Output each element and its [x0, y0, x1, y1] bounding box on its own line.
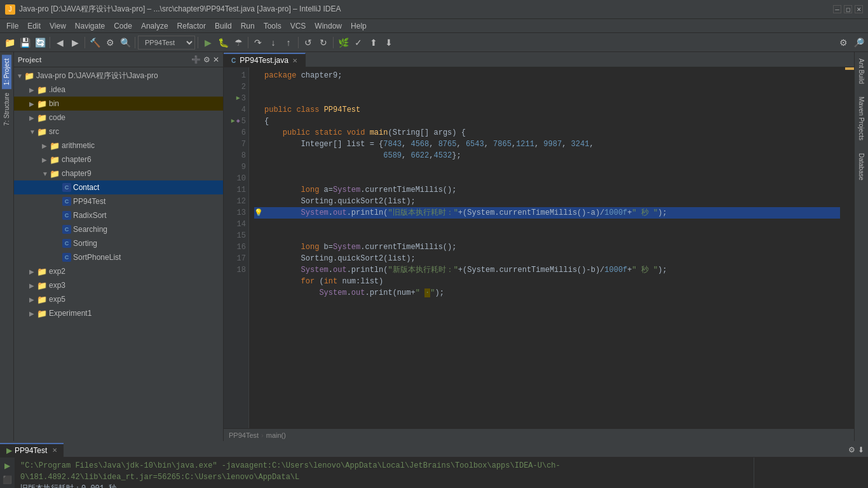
tree-item-label: SortPhoneList [73, 253, 121, 262]
arrow-icon: ▶ [42, 156, 50, 163]
toolbar-sync-btn[interactable]: 🔄 [33, 36, 47, 50]
toolbar-save-btn[interactable]: 💾 [18, 36, 32, 50]
tree-root[interactable]: ▼ 📁 Java-pro D:\JAVA程序设计\Java-pro [14, 69, 223, 83]
toolbar-sep-4 [198, 37, 198, 48]
menu-analyze[interactable]: Analyze [137, 20, 172, 32]
toolbar-debug-btn[interactable]: 🐛 [216, 36, 230, 50]
run-stop-btn[interactable]: ⬛ [2, 474, 13, 485]
menu-window[interactable]: Window [311, 20, 346, 32]
toolbar-forward-btn[interactable]: ▶ [68, 36, 82, 50]
project-close-icon[interactable]: ✕ [213, 55, 219, 64]
menu-refactor[interactable]: Refactor [173, 20, 210, 32]
toolbar-settings-btn[interactable]: ⚙ [836, 36, 850, 50]
folder-icon: 📁 [37, 267, 47, 276]
tree-arithmetic[interactable]: ▶ 📁 arithmetic [14, 139, 223, 152]
folder-icon: 📁 [37, 295, 47, 304]
tree-radixsort[interactable]: C RadixSort [14, 208, 223, 222]
tree-item-label: Searching [73, 225, 107, 234]
toolbar-search-btn[interactable]: 🔍 [118, 36, 132, 50]
tree-src[interactable]: ▼ 📁 src [14, 125, 223, 139]
tree-chapter6[interactable]: ▶ 📁 chapter6 [14, 152, 223, 166]
editor-tab-pp94test[interactable]: C PP94Test.java ✕ [224, 53, 306, 67]
right-gutter [845, 67, 854, 428]
tab-database[interactable]: Database [857, 149, 866, 184]
run-tab-active[interactable]: ▶ PP94Test ✕ [0, 443, 64, 457]
menu-navigate[interactable]: Navigate [71, 20, 109, 32]
tab-close-icon[interactable]: ✕ [292, 57, 297, 64]
run-config-dropdown[interactable]: PP94Test [138, 36, 195, 50]
tree-experiment1[interactable]: ▶ 📁 Experiment1 [14, 306, 223, 320]
tab-ant-build[interactable]: Ant Build [857, 55, 866, 88]
toolbar-more-btn[interactable]: ⚙ [103, 36, 117, 50]
toolbar-step-into[interactable]: ↓ [266, 36, 280, 50]
run-play-btn[interactable]: ▶ [2, 460, 13, 471]
code-content[interactable]: package chapter9; public class PP94Test … [249, 67, 845, 428]
toolbar-redo-btn[interactable]: ↻ [316, 36, 330, 50]
run-toolbar: ▶ ⬛ ↺ ⏸ 🗑 ↕ 🖨 [0, 458, 15, 488]
tree-bin[interactable]: ▶ 📁 bin [14, 97, 223, 111]
menu-edit[interactable]: Edit [24, 20, 44, 32]
menu-code[interactable]: Code [110, 20, 136, 32]
close-button[interactable]: ✕ [855, 5, 863, 13]
run-tab-bar: ▶ PP94Test ✕ ⚙ ⬇ [0, 442, 868, 458]
run-minimize-icon[interactable]: ⬇ [858, 445, 864, 454]
toolbar-build-btn[interactable]: 🔨 [88, 36, 102, 50]
arrow-icon: ▶ [42, 142, 50, 149]
project-new-icon[interactable]: ➕ [191, 55, 201, 64]
menu-vcs[interactable]: VCS [287, 20, 310, 32]
tree-searching[interactable]: C Searching [14, 222, 223, 236]
toolbar-search2-btn[interactable]: 🔎 [851, 36, 865, 50]
tab-project[interactable]: 1: Project [2, 55, 11, 89]
menu-build[interactable]: Build [211, 20, 236, 32]
menu-help[interactable]: Help [347, 20, 370, 32]
tree-item-label: chapter9 [62, 169, 92, 178]
toolbar-sep-5 [248, 37, 248, 48]
tab-structure[interactable]: 7: Structure [2, 89, 11, 130]
tree-sorting[interactable]: C Sorting [14, 236, 223, 250]
toolbar-push-btn[interactable]: ⬆ [367, 36, 381, 50]
toolbar-step-over[interactable]: ↷ [251, 36, 265, 50]
tree-pp94test[interactable]: C PP94Test [14, 194, 223, 208]
toolbar-vcs-btn[interactable]: 🌿 [336, 36, 350, 50]
arrow-icon: ▶ [29, 268, 37, 275]
toolbar-commit-btn[interactable]: ✓ [351, 36, 365, 50]
java-class-icon: C [62, 239, 71, 248]
tree-item-label: src [49, 127, 59, 136]
java-class-icon: C [62, 253, 71, 262]
tree-exp5[interactable]: ▶ 📁 exp5 [14, 292, 223, 306]
run-tab-close[interactable]: ✕ [52, 447, 57, 454]
tab-maven[interactable]: Maven Projects [857, 93, 866, 144]
window-controls[interactable]: ─ ◻ ✕ [833, 5, 863, 13]
menu-file[interactable]: File [3, 20, 22, 32]
toolbar-back-btn[interactable]: ◀ [53, 36, 67, 50]
toolbar-undo-btn[interactable]: ↺ [301, 36, 315, 50]
project-settings-icon[interactable]: ⚙ [203, 55, 210, 64]
toolbar-pull-btn[interactable]: ⬇ [382, 36, 396, 50]
run-settings-icon[interactable]: ⚙ [848, 445, 855, 454]
menu-run[interactable]: Run [237, 20, 259, 32]
toolbar-step-out[interactable]: ↑ [281, 36, 295, 50]
toolbar-run-btn[interactable]: ▶ [201, 36, 215, 50]
toolbar-coverage-btn[interactable]: ☂ [231, 36, 245, 50]
code-editor[interactable]: 1 2 ▶3 4 ▶◈5 6 7 8 9 10 11 12 13 14 15 1 [224, 67, 854, 428]
tree-contact[interactable]: C Contact [14, 180, 223, 194]
tree-exp3[interactable]: ▶ 📁 exp3 [14, 278, 223, 292]
arrow-icon: ▶ [29, 114, 37, 121]
tree-item-label: Contact [73, 183, 99, 192]
toolbar: 📁 💾 🔄 ◀ ▶ 🔨 ⚙ 🔍 PP94Test ▶ 🐛 ☂ ↷ ↓ ↑ ↺ ↻… [0, 33, 868, 52]
tree-idea[interactable]: ▶ 📁 .idea [14, 83, 223, 97]
menu-tools[interactable]: Tools [260, 20, 285, 32]
code-line-18 [254, 299, 840, 322]
tree-code[interactable]: ▶ 📁 code [14, 111, 223, 125]
tree-sortphonelist[interactable]: C SortPhoneList [14, 250, 223, 264]
tree-chapter9[interactable]: ▼ 📁 chapter9 [14, 166, 223, 180]
project-header: Project ➕ ⚙ ✕ [14, 52, 223, 67]
restore-button[interactable]: ◻ [844, 5, 852, 13]
minimize-button[interactable]: ─ [833, 5, 841, 13]
code-line-13: long b=System.currentTimeMillis(); [254, 241, 840, 253]
menu-view[interactable]: View [46, 20, 70, 32]
left-tabs: 1: Project 7: Structure [0, 52, 14, 441]
tree-exp2[interactable]: ▶ 📁 exp2 [14, 264, 223, 278]
toolbar-project-btn[interactable]: 📁 [3, 36, 17, 50]
run-icon: ▶ [6, 446, 12, 455]
